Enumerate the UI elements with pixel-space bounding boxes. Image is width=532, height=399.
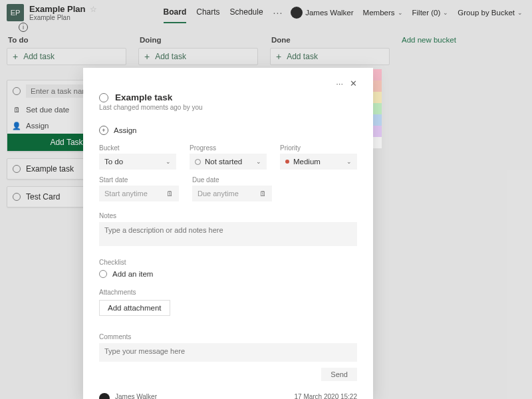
send-button[interactable]: Send (321, 368, 357, 381)
add-checklist-label: Add an item (112, 270, 153, 278)
swatch-yellow[interactable] (373, 92, 382, 103)
task-title[interactable]: Example task (115, 92, 172, 102)
priority-label: Priority (280, 144, 357, 152)
avatar-icon (99, 393, 110, 399)
swatch-blue[interactable] (373, 114, 382, 126)
start-date-input[interactable]: Start anytime 🗓 (99, 186, 179, 201)
task-dialog: ··· ✕ Example task Last changed moments … (83, 68, 373, 399)
checklist-label: Checklist (99, 259, 357, 266)
comments-label: Comments (99, 333, 357, 340)
swatch-peach[interactable] (373, 80, 382, 92)
activity-author: James Walker (115, 393, 157, 399)
bucket-value: To do (104, 158, 123, 166)
swatch-pink[interactable] (373, 69, 382, 80)
progress-value: Not started (205, 158, 242, 166)
calendar-icon: 🗓 (166, 190, 174, 198)
calendar-icon: 🗓 (259, 190, 267, 198)
priority-value: Medium (293, 158, 321, 166)
comment-input[interactable] (99, 343, 357, 362)
activity-entry: James Walker 17 March 2020 15:22 New Tas… (99, 393, 357, 399)
add-checklist-item[interactable]: Add an item (99, 270, 357, 278)
complete-radio[interactable] (99, 93, 108, 102)
notes-textarea[interactable] (99, 222, 357, 246)
assign-label: Assign (114, 126, 137, 134)
activity-time: 17 March 2020 15:22 (294, 393, 357, 399)
color-swatches (373, 69, 382, 148)
start-date-label: Start date (99, 176, 179, 184)
close-icon[interactable]: ✕ (350, 78, 357, 88)
priority-select[interactable]: Medium ⌄ (280, 154, 357, 170)
start-date-placeholder: Start anytime (104, 190, 148, 198)
bucket-label: Bucket (99, 144, 176, 152)
chevron-down-icon: ⌄ (346, 158, 352, 165)
person-icon: + (99, 126, 108, 135)
progress-label: Progress (190, 144, 267, 152)
swatch-green[interactable] (373, 103, 382, 114)
swatch-gray[interactable] (373, 137, 382, 148)
notes-label: Notes (99, 212, 357, 219)
last-changed: Last changed moments ago by you (99, 104, 357, 111)
chevron-down-icon: ⌄ (256, 158, 261, 165)
due-date-input[interactable]: Due anytime 🗓 (192, 186, 272, 201)
add-attachment-button[interactable]: Add attachment (99, 300, 170, 316)
attachments-label: Attachments (99, 289, 357, 296)
more-icon[interactable]: ··· (336, 78, 343, 88)
chevron-down-icon: ⌄ (166, 158, 171, 165)
due-date-placeholder: Due anytime (198, 190, 239, 198)
bucket-select[interactable]: To do ⌄ (99, 154, 176, 170)
priority-dot-icon (285, 160, 289, 164)
radio-icon (99, 270, 107, 278)
circle-icon (195, 159, 201, 165)
due-date-label: Due date (192, 176, 272, 184)
swatch-purple[interactable] (373, 126, 382, 137)
assign-button[interactable]: + Assign (99, 126, 357, 135)
progress-select[interactable]: Not started ⌄ (190, 154, 267, 170)
